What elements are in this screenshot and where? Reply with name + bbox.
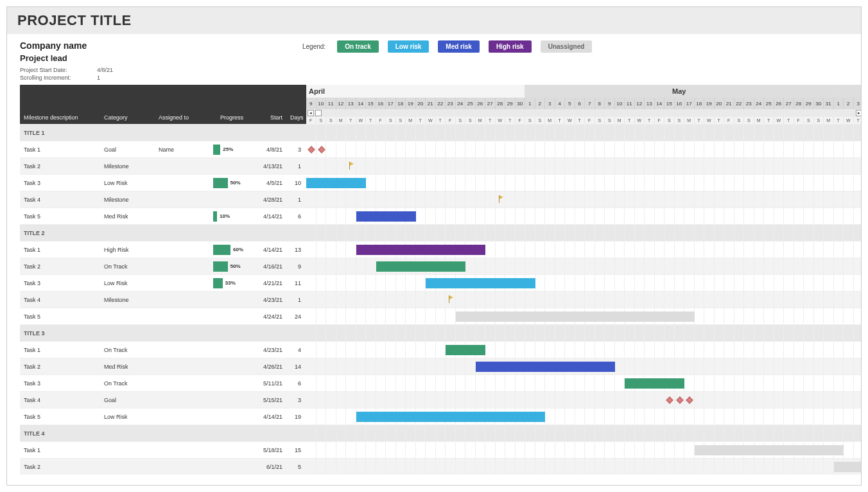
hdr-progress: Progress xyxy=(209,114,254,121)
day-cell: 12 xyxy=(635,98,645,109)
day-cell: 17 xyxy=(386,98,396,109)
table-row[interactable]: Task 2Milestone4/13/211 xyxy=(20,157,306,174)
day-cell: 28 xyxy=(794,98,804,109)
dow-cell: T xyxy=(575,117,586,124)
day-cell: 18 xyxy=(396,98,406,109)
scroll-page-left[interactable] xyxy=(315,110,322,116)
gantt-bar[interactable] xyxy=(834,462,862,472)
table-row[interactable]: Task 26/1/215 xyxy=(20,458,306,475)
gantt-bar[interactable] xyxy=(426,278,535,288)
task-days: 10 xyxy=(286,180,306,186)
dow-cell: S xyxy=(396,117,406,124)
table-row[interactable]: Task 1GoalName25%4/8/213 xyxy=(20,141,306,157)
day-cell: 19 xyxy=(704,98,715,109)
gantt-bar[interactable] xyxy=(476,362,615,372)
dow-cell: M xyxy=(476,117,486,124)
task-category: Milestone xyxy=(100,163,155,170)
gantt-bar[interactable] xyxy=(625,378,684,389)
dow-cell: W xyxy=(704,117,715,124)
gantt-body xyxy=(306,124,862,475)
dow-cell: W xyxy=(356,117,367,124)
hdr-days: Days xyxy=(286,114,306,121)
task-name: Task 2 xyxy=(20,163,100,170)
gantt-row xyxy=(306,358,862,374)
task-name: Task 2 xyxy=(20,464,100,470)
task-days: 14 xyxy=(286,364,306,370)
task-start: 4/21/21 xyxy=(254,280,286,286)
task-category: Goal xyxy=(100,397,155,403)
table-row[interactable]: Task 2Med Risk4/26/2114 xyxy=(20,358,306,374)
day-cell: 20 xyxy=(416,98,426,109)
table-row[interactable]: Task 54/24/2124 xyxy=(20,308,306,324)
task-start: 4/23/21 xyxy=(254,347,286,353)
day-cell: 22 xyxy=(734,98,745,109)
task-name: Task 3 xyxy=(20,380,100,387)
table-row[interactable]: Task 3Low Risk50%4/5/2110 xyxy=(20,174,306,191)
task-days: 5 xyxy=(286,464,306,470)
gantt-row xyxy=(306,191,862,207)
table-row[interactable]: Task 4Goal5/15/213 xyxy=(20,391,306,408)
dow-cell: S xyxy=(465,117,476,124)
gantt-bar[interactable] xyxy=(356,245,486,255)
dow-cell: S xyxy=(605,117,615,124)
gantt-bar[interactable] xyxy=(376,261,466,272)
dow-cell: M xyxy=(545,117,555,124)
dow-cell: S xyxy=(595,117,605,124)
day-cell: 29 xyxy=(804,98,814,109)
table-row[interactable]: Task 3Low Risk33%4/21/2111 xyxy=(20,274,306,291)
task-start: 4/23/21 xyxy=(254,297,286,303)
table-row[interactable]: Task 5Med Risk10%4/14/216 xyxy=(20,207,306,224)
table-row[interactable]: Task 4Milestone4/28/211 xyxy=(20,191,306,207)
hdr-start: Start xyxy=(254,114,286,121)
task-progress: 33% xyxy=(209,278,254,288)
dow-cell: F xyxy=(376,117,386,124)
gantt-frame: PROJECT TITLE Company name Project lead … xyxy=(6,6,862,486)
task-category: On Track xyxy=(100,380,155,387)
gantt-bar[interactable] xyxy=(356,412,546,422)
task-table-header: Milestone description Category Assigned … xyxy=(20,85,306,124)
table-row[interactable]: Task 3On Track5/11/216 xyxy=(20,374,306,391)
timeline-scrollbar[interactable]: ◂ ▸ xyxy=(306,109,862,117)
gantt-bar[interactable] xyxy=(695,445,844,455)
task-name: Task 5 xyxy=(20,414,100,420)
task-start: 4/28/21 xyxy=(254,197,286,203)
day-cell: 1 xyxy=(834,98,844,109)
dow-cell: M xyxy=(615,117,625,124)
task-name: Task 1 xyxy=(20,146,100,153)
dow-cell: T xyxy=(645,117,655,124)
gantt-row xyxy=(306,157,862,174)
task-days: 9 xyxy=(286,263,306,270)
gantt-bar[interactable] xyxy=(306,178,366,188)
dow-cell: S xyxy=(535,117,546,124)
table-row[interactable]: Task 5Low Risk4/14/2119 xyxy=(20,408,306,425)
gantt-bar[interactable] xyxy=(456,312,695,322)
task-progress: 10% xyxy=(209,211,254,222)
dow-row: FSSMTWTFSSMTWTFSSMTWTFSSMTWTFSSMTWTFSSMT… xyxy=(306,117,862,124)
task-category: Low Risk xyxy=(100,280,155,286)
day-cell: 11 xyxy=(625,98,635,109)
day-cell: 10 xyxy=(615,98,625,109)
gantt-row xyxy=(306,458,862,475)
task-days: 15 xyxy=(286,447,306,453)
table-row[interactable]: Task 4Milestone4/23/211 xyxy=(20,291,306,308)
day-cell: 9 xyxy=(605,98,615,109)
gantt-bar[interactable] xyxy=(446,345,485,355)
dow-cell: W xyxy=(774,117,785,124)
day-cell: 3 xyxy=(854,98,862,109)
kv-val: 4/8/21 xyxy=(97,67,113,73)
day-cell: 15 xyxy=(366,98,376,109)
table-row[interactable]: Task 2On Track50%4/16/219 xyxy=(20,258,306,274)
day-cell: 6 xyxy=(575,98,586,109)
scroll-right-button[interactable]: ▸ xyxy=(856,110,862,116)
day-cell: 1 xyxy=(525,98,535,109)
table-row[interactable]: Task 1On Track4/23/214 xyxy=(20,341,306,358)
day-cell: 21 xyxy=(724,98,734,109)
dow-cell: W xyxy=(635,117,645,124)
scroll-left-button[interactable]: ◂ xyxy=(308,110,314,116)
day-cell: 19 xyxy=(406,98,416,109)
table-row[interactable]: Task 15/18/2115 xyxy=(20,441,306,458)
day-cell: 2 xyxy=(844,98,854,109)
month-cell xyxy=(834,85,862,98)
gantt-bar[interactable] xyxy=(356,211,416,222)
table-row[interactable]: Task 1High Risk60%4/14/2113 xyxy=(20,241,306,258)
